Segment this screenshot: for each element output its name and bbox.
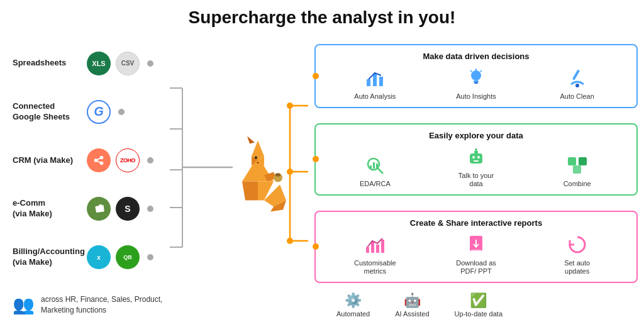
label-download: Download asPDF/ PPT [456, 259, 496, 275]
label-automated: Automated [336, 310, 370, 318]
icon-hubspot [87, 148, 111, 172]
label-talk-to-data: Talk to your data [451, 172, 501, 188]
source-label-google-sheets: ConnectedGoogle Sheets [13, 101, 82, 123]
svg-line-40 [480, 70, 482, 72]
label-auto-clean: Auto Clean [560, 92, 594, 101]
connector-dot-crm [147, 157, 153, 164]
output-item-eda-rca: EDA/RCA [350, 153, 400, 188]
icon-csv: CSV [116, 52, 140, 75]
icon-xls: XLS [87, 52, 111, 75]
label-combine: Combine [564, 180, 591, 188]
icon-squarespace: S [116, 197, 140, 221]
output-item-talk-to-data: Talk to your data [451, 145, 501, 188]
source-label-ecomm: e-Comm(via Make) [13, 198, 82, 219]
source-row-crm: CRM (via Make) ZOHO [13, 148, 182, 172]
people-icon: 👥 [13, 294, 35, 315]
bottom-left-text: across HR, Finance, Sales, Product, Mark… [41, 294, 189, 316]
output-item-auto-insights: Auto Insights [451, 66, 501, 101]
svg-rect-37 [474, 80, 479, 82]
icon-quickbooks: QB [116, 245, 140, 269]
source-label-spreadsheets: Spreadsheets [13, 58, 82, 69]
svg-rect-56 [579, 157, 587, 165]
output-icons-row-blue: Auto Analysis Auto Insights Auto Clean [325, 66, 628, 101]
output-icons-row-green: EDA/RCA Talk to your data Combine [325, 145, 628, 188]
connector-dot-google-sheets [118, 109, 125, 115]
svg-marker-22 [252, 141, 264, 160]
source-row-google-sheets: ConnectedGoogle Sheets G [13, 100, 182, 124]
output-item-combine: Combine [552, 153, 602, 188]
bottom-center: ⚙️ Automated 🤖 AI Assisted ✅ Up-to-date … [208, 292, 631, 318]
right-panel: Make data driven decisions Auto Analysis… [302, 33, 644, 319]
output-title-explore: Easily explore your data [325, 131, 628, 140]
output-item-auto-updates: Set auto updates [552, 233, 602, 275]
svg-rect-49 [470, 153, 482, 164]
svg-rect-52 [474, 160, 479, 162]
connector-dot-billing [147, 254, 153, 260]
bottom-left: 👥 across HR, Finance, Sales, Product, Ma… [13, 294, 189, 316]
icon-xero: x [87, 245, 111, 269]
output-title-data-driven: Make data driven decisions [325, 52, 628, 61]
page-title: Supercharge the analyst in you! [0, 0, 644, 33]
bottom-item-automated: ⚙️ Automated [336, 292, 370, 318]
ai-assisted-icon: 🤖 [404, 292, 421, 309]
svg-line-41 [470, 70, 472, 72]
source-row-ecomm: e-Comm(via Make) S [13, 197, 182, 221]
svg-marker-25 [247, 136, 255, 144]
combine-icon [565, 153, 589, 177]
label-auto-insights: Auto Insights [456, 92, 496, 101]
svg-rect-50 [472, 156, 475, 158]
output-dot-green [313, 156, 319, 162]
output-icons-row-pink: Customisablemetrics Download asPDF/ PPT … [325, 233, 628, 275]
svg-rect-60 [376, 245, 379, 253]
svg-point-31 [255, 157, 257, 159]
label-auto-analysis: Auto Analysis [354, 92, 396, 101]
svg-rect-55 [568, 157, 576, 165]
svg-rect-38 [474, 82, 478, 84]
output-box-data-driven: Make data driven decisions Auto Analysis… [314, 44, 638, 108]
output-dot-pink [313, 243, 319, 250]
download-icon [464, 233, 488, 257]
uptodate-icon: ✅ [470, 292, 487, 309]
source-label-billing: Billing/Accounting(via Make) [13, 247, 82, 268]
icon-shopify [87, 197, 111, 221]
icon-google: G [87, 100, 111, 124]
output-item-auto-clean: Auto Clean [552, 66, 602, 101]
label-metrics: Customisablemetrics [354, 259, 396, 275]
clean-icon [565, 66, 589, 90]
squirrel-illustration [223, 131, 292, 213]
label-eda-rca: EDA/RCA [360, 180, 391, 188]
svg-point-54 [475, 148, 477, 151]
output-box-explore: Easily explore your data EDA/RCA Talk to… [314, 123, 638, 196]
bottom-item-ai-assisted: 🤖 AI Assisted [395, 292, 429, 318]
bottom-item-uptodate: ✅ Up-to-date data [455, 292, 502, 318]
label-uptodate: Up-to-date data [455, 310, 502, 318]
svg-rect-48 [376, 164, 378, 169]
svg-line-45 [378, 169, 383, 174]
svg-rect-46 [370, 165, 372, 169]
icon-zoho: ZOHO [116, 148, 140, 172]
svg-rect-51 [477, 156, 480, 158]
connector-dot-ecomm [147, 206, 153, 212]
svg-rect-47 [373, 162, 375, 169]
svg-point-32 [257, 162, 259, 164]
source-row-billing: Billing/Accounting(via Make) x QB [13, 245, 182, 269]
svg-rect-58 [366, 247, 369, 253]
bottom-bar: 👥 across HR, Finance, Sales, Product, Ma… [0, 287, 644, 322]
svg-rect-57 [573, 165, 581, 174]
chart-icon [363, 66, 387, 90]
source-label-crm: CRM (via Make) [13, 155, 82, 166]
svg-rect-34 [373, 74, 377, 86]
svg-rect-59 [371, 242, 374, 253]
svg-point-36 [471, 70, 481, 80]
main-content: Spreadsheets XLS CSV ConnectedGoogle She… [0, 33, 644, 319]
output-item-metrics: Customisablemetrics [350, 233, 400, 275]
metrics-icon [363, 233, 387, 257]
bot-icon [464, 145, 488, 169]
source-row-spreadsheets: Spreadsheets XLS CSV [13, 52, 182, 75]
svg-rect-33 [367, 79, 370, 86]
bulb-icon [464, 66, 488, 90]
left-panel: Spreadsheets XLS CSV ConnectedGoogle She… [0, 33, 189, 319]
output-title-reports: Create & Share interactive reports [325, 218, 628, 228]
output-dot-blue [313, 73, 319, 79]
middle-panel [189, 33, 302, 319]
